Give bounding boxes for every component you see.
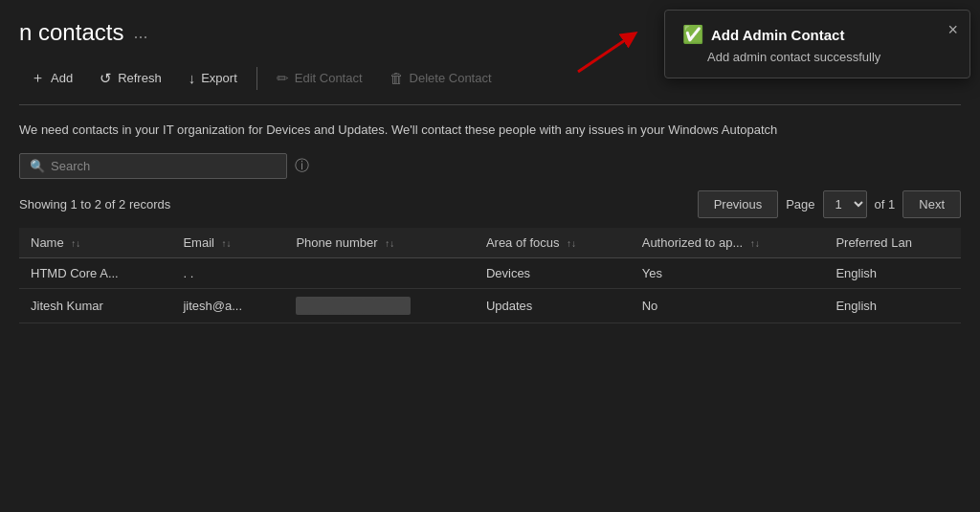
refresh-button[interactable]: ↺ Refresh bbox=[88, 64, 173, 93]
search-row: 🔍 ⓘ bbox=[19, 153, 961, 179]
page-select[interactable]: 1 bbox=[823, 190, 867, 218]
pagination: Previous Page 1 of 1 Next bbox=[698, 190, 961, 218]
page-title: n contacts bbox=[19, 19, 123, 46]
toast-title: Add Admin Contact bbox=[711, 27, 844, 43]
cell-email: jitesh@a... bbox=[171, 288, 284, 323]
toast-message: Add admin contact successfully bbox=[707, 50, 952, 64]
previous-button[interactable]: Previous bbox=[698, 190, 779, 218]
cell-authorized: Yes bbox=[631, 257, 825, 288]
export-icon: ↓ bbox=[189, 70, 196, 86]
cell-lang: English bbox=[824, 257, 961, 288]
contacts-table: Name ↑↓ Email ↑↓ Phone number ↑↓ Area of… bbox=[19, 228, 961, 323]
cell-area: Devices bbox=[475, 257, 631, 288]
records-pagination-row: Showing 1 to 2 of 2 records Previous Pag… bbox=[19, 190, 961, 218]
col-header-email[interactable]: Email ↑↓ bbox=[171, 228, 284, 258]
trash-icon: 🗑 bbox=[390, 70, 404, 86]
toast-close-button[interactable]: × bbox=[947, 20, 958, 40]
col-header-area[interactable]: Area of focus ↑↓ bbox=[475, 228, 631, 258]
cell-email: . . bbox=[171, 257, 284, 288]
table-header-row: Name ↑↓ Email ↑↓ Phone number ↑↓ Area of… bbox=[19, 228, 961, 258]
info-text: We need contacts in your IT organization… bbox=[19, 121, 961, 140]
cell-authorized: No bbox=[631, 288, 825, 323]
redacted-phone: ██████████ bbox=[296, 297, 411, 315]
col-header-authorized[interactable]: Authorized to ap... ↑↓ bbox=[631, 228, 825, 258]
sort-icon-authorized: ↑↓ bbox=[750, 238, 760, 249]
refresh-icon: ↺ bbox=[100, 70, 112, 87]
edit-icon: ✏ bbox=[277, 70, 289, 87]
sort-icon-name: ↑↓ bbox=[71, 238, 80, 249]
sort-icon-area: ↑↓ bbox=[567, 238, 576, 249]
search-icon: 🔍 bbox=[30, 159, 45, 173]
info-icon[interactable]: ⓘ bbox=[295, 157, 309, 175]
cell-name: Jitesh Kumar bbox=[19, 288, 171, 323]
title-menu-button[interactable]: ... bbox=[133, 23, 147, 43]
search-box: 🔍 bbox=[19, 153, 287, 179]
cell-lang: English bbox=[824, 288, 961, 323]
col-header-lang: Preferred Lan bbox=[824, 228, 961, 258]
col-header-name[interactable]: Name ↑↓ bbox=[19, 228, 171, 258]
table-row[interactable]: HTMD Core A... . . Devices Yes English bbox=[19, 257, 961, 288]
toast-header: ✅ Add Admin Contact bbox=[682, 24, 952, 45]
sort-icon-email: ↑↓ bbox=[222, 238, 232, 249]
main-panel: n contacts ... ＋ Add ↺ Refresh ↓ Export … bbox=[0, 0, 980, 512]
next-button[interactable]: Next bbox=[902, 190, 961, 218]
page-label: Page bbox=[786, 197, 814, 211]
cell-name: HTMD Core A... bbox=[19, 257, 171, 288]
export-button[interactable]: ↓ Export bbox=[177, 64, 249, 92]
success-icon: ✅ bbox=[682, 24, 703, 45]
add-button[interactable]: ＋ Add bbox=[19, 63, 84, 93]
cell-phone: ██████████ bbox=[284, 288, 475, 323]
plus-icon: ＋ bbox=[31, 69, 45, 87]
delete-contact-button[interactable]: 🗑 Delete Contact bbox=[378, 64, 503, 92]
cell-phone bbox=[284, 257, 475, 288]
of-label: of 1 bbox=[875, 197, 896, 211]
table-row[interactable]: Jitesh Kumar jitesh@a... ██████████ Upda… bbox=[19, 288, 961, 323]
toast-notification: ✅ Add Admin Contact Add admin contact su… bbox=[664, 10, 970, 78]
toolbar-divider bbox=[256, 67, 257, 90]
search-input[interactable] bbox=[51, 159, 277, 173]
cell-area: Updates bbox=[475, 288, 631, 323]
sort-icon-phone: ↑↓ bbox=[385, 238, 394, 249]
col-header-phone[interactable]: Phone number ↑↓ bbox=[284, 228, 475, 258]
edit-contact-button[interactable]: ✏ Edit Contact bbox=[265, 64, 374, 93]
records-count: Showing 1 to 2 of 2 records bbox=[19, 197, 170, 211]
